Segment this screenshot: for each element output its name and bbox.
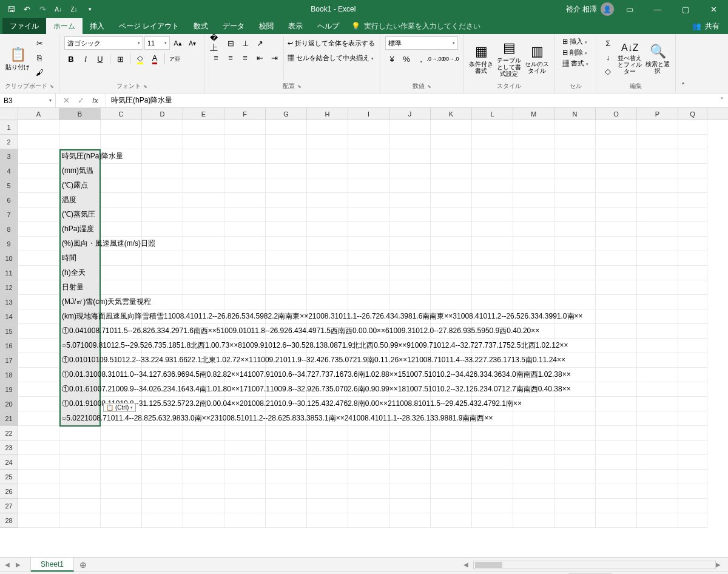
cell-M13[interactable] bbox=[513, 295, 554, 309]
cell-J7[interactable] bbox=[389, 208, 431, 222]
cell-J12[interactable] bbox=[389, 280, 431, 295]
cell-L22[interactable] bbox=[472, 426, 513, 441]
expand-formula-bar[interactable]: ˅ bbox=[716, 93, 728, 107]
cell-F2[interactable] bbox=[224, 135, 266, 149]
phonetic-button[interactable]: ア亜 bbox=[168, 52, 181, 66]
cell-P4[interactable] bbox=[637, 164, 678, 178]
column-header-Q[interactable]: Q bbox=[678, 108, 707, 120]
cell-L2[interactable] bbox=[472, 135, 513, 149]
cell-N26[interactable] bbox=[554, 484, 596, 499]
cell-P5[interactable] bbox=[637, 178, 678, 193]
cell-C11[interactable] bbox=[101, 266, 142, 280]
cell-I13[interactable] bbox=[348, 295, 389, 309]
cell-M25[interactable] bbox=[513, 470, 554, 484]
cell-P3[interactable] bbox=[637, 149, 678, 164]
cell-K6[interactable] bbox=[431, 193, 472, 208]
cell-J24[interactable] bbox=[389, 455, 431, 470]
cell-N23[interactable] bbox=[554, 441, 596, 455]
cell-D28[interactable] bbox=[142, 513, 183, 528]
cell-H8[interactable] bbox=[307, 222, 348, 237]
cell-A16[interactable] bbox=[18, 339, 59, 353]
cell-F28[interactable] bbox=[224, 513, 266, 528]
name-box[interactable]: B3▾ bbox=[0, 93, 56, 107]
cell-G23[interactable] bbox=[266, 441, 307, 455]
cell-O20[interactable] bbox=[596, 397, 637, 411]
row-header-7[interactable]: 7 bbox=[0, 208, 18, 222]
cell-Q13[interactable] bbox=[678, 295, 707, 309]
row-header-26[interactable]: 26 bbox=[0, 484, 18, 499]
cell-J13[interactable] bbox=[389, 295, 431, 309]
cell-C7[interactable] bbox=[101, 208, 142, 222]
cell-D26[interactable] bbox=[142, 484, 183, 499]
cell-G1[interactable] bbox=[266, 120, 307, 135]
cell-C8[interactable] bbox=[101, 222, 142, 237]
cell-K13[interactable] bbox=[431, 295, 472, 309]
minimize-button[interactable]: ― bbox=[645, 0, 670, 18]
row-header-13[interactable]: 13 bbox=[0, 295, 18, 309]
cell-M4[interactable] bbox=[513, 164, 554, 178]
cell-O25[interactable] bbox=[596, 470, 637, 484]
hscroll-right[interactable]: ▶ bbox=[716, 561, 726, 568]
align-right[interactable]: ≡ bbox=[238, 51, 252, 64]
column-header-J[interactable]: J bbox=[389, 108, 431, 120]
cell-M3[interactable] bbox=[513, 149, 554, 164]
cell-J10[interactable] bbox=[389, 251, 431, 266]
increase-decimal[interactable]: .0→.00 bbox=[429, 52, 442, 66]
cell-C6[interactable] bbox=[101, 193, 142, 208]
cell-B5[interactable]: (℃)露点 bbox=[59, 178, 101, 193]
cell-A26[interactable] bbox=[18, 484, 59, 499]
horizontal-scrollbar[interactable] bbox=[473, 561, 716, 569]
cell-B7[interactable]: (℃)蒸気圧 bbox=[59, 208, 101, 222]
tab-formulas[interactable]: 数式 bbox=[186, 18, 215, 34]
cell-O19[interactable] bbox=[596, 382, 637, 397]
cell-B1[interactable] bbox=[59, 120, 101, 135]
accounting-format[interactable]: ¥ bbox=[385, 52, 399, 66]
cell-K8[interactable] bbox=[431, 222, 472, 237]
font-size-select[interactable]: 11▾ bbox=[144, 36, 170, 50]
cell-B2[interactable] bbox=[59, 135, 101, 149]
row-header-19[interactable]: 19 bbox=[0, 382, 18, 397]
cell-A13[interactable] bbox=[18, 295, 59, 309]
cell-A20[interactable] bbox=[18, 397, 59, 411]
cell-N5[interactable] bbox=[554, 178, 596, 193]
share-button[interactable]: 👥 共有 bbox=[684, 18, 728, 34]
cell-K1[interactable] bbox=[431, 120, 472, 135]
cell-D12[interactable] bbox=[142, 280, 183, 295]
cell-C5[interactable] bbox=[101, 178, 142, 193]
cell-N3[interactable] bbox=[554, 149, 596, 164]
cell-B25[interactable] bbox=[59, 470, 101, 484]
column-header-O[interactable]: O bbox=[596, 108, 637, 120]
cell-G13[interactable] bbox=[266, 295, 307, 309]
cell-A24[interactable] bbox=[18, 455, 59, 470]
cell-E6[interactable] bbox=[183, 193, 224, 208]
cell-B22[interactable] bbox=[59, 426, 101, 441]
cell-A7[interactable] bbox=[18, 208, 59, 222]
cell-H23[interactable] bbox=[307, 441, 348, 455]
maximize-button[interactable]: ▢ bbox=[673, 0, 698, 18]
cell-I11[interactable] bbox=[348, 266, 389, 280]
cell-N11[interactable] bbox=[554, 266, 596, 280]
tab-insert[interactable]: 挿入 bbox=[83, 18, 112, 34]
cell-L23[interactable] bbox=[472, 441, 513, 455]
enter-fx[interactable]: ✓ bbox=[74, 96, 87, 105]
cell-P17[interactable] bbox=[637, 353, 678, 368]
cell-I26[interactable] bbox=[348, 484, 389, 499]
autosum-button[interactable]: Σ bbox=[601, 36, 615, 50]
cell-I3[interactable] bbox=[348, 149, 389, 164]
cell-P26[interactable] bbox=[637, 484, 678, 499]
cell-O12[interactable] bbox=[596, 280, 637, 295]
cell-M6[interactable] bbox=[513, 193, 554, 208]
cell-Q12[interactable] bbox=[678, 280, 707, 295]
cell-E5[interactable] bbox=[183, 178, 224, 193]
cell-Q10[interactable] bbox=[678, 251, 707, 266]
row-header-8[interactable]: 8 bbox=[0, 222, 18, 237]
cell-M2[interactable] bbox=[513, 135, 554, 149]
paste-button[interactable]: 📋 貼り付け bbox=[5, 36, 30, 81]
cell-D6[interactable] bbox=[142, 193, 183, 208]
cell-E28[interactable] bbox=[183, 513, 224, 528]
row-header-5[interactable]: 5 bbox=[0, 178, 18, 193]
cell-L13[interactable] bbox=[472, 295, 513, 309]
cell-A21[interactable] bbox=[18, 411, 59, 426]
italic-button[interactable]: I bbox=[79, 52, 92, 66]
paste-options-button[interactable]: 📋 (Ctrl) ▾ bbox=[103, 403, 136, 412]
